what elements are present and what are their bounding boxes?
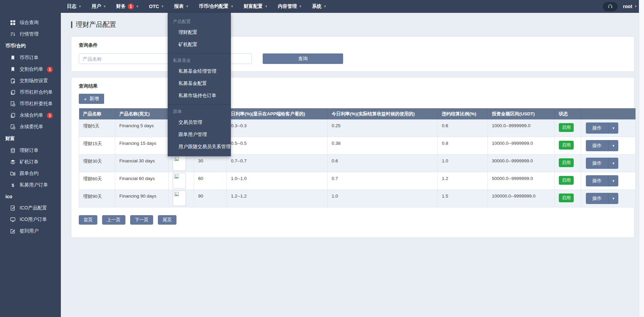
action-caret-button[interactable]: ▼ [608,193,618,204]
pagination-button-首页[interactable]: 首页 [79,215,97,225]
sidebar-item[interactable]: 矿机订单 [0,156,61,168]
column-header: 违约结算比例(%) [438,108,488,119]
scrollbar[interactable] [639,0,644,317]
chevron-down-icon: ▼ [634,5,637,8]
sidebar-item[interactable]: 币币订单 [0,52,61,64]
action-caret-button[interactable]: ▼ [608,140,618,151]
pagination-button-下一页[interactable]: 下一页 [130,215,153,225]
action-button[interactable]: 操作 [586,122,608,134]
topbar-nav-item-财富配置[interactable]: 财富配置 ▼ [244,3,268,9]
username: root [623,4,632,9]
sidebar-item[interactable]: 币币杠杆委托单 [0,98,61,110]
cell-days: 30 [194,155,227,172]
folder-icon [10,171,16,177]
topbar-nav-item-报表[interactable]: 报表 ▼ [174,3,189,9]
broken-image-icon [174,174,180,180]
action-caret-button[interactable]: ▼ [608,175,618,186]
sidebar-item-label: 矿机订单 [20,159,39,165]
dropdown-section-header: 产品配置 [168,15,231,26]
dropdown-menu-item-理财配置[interactable]: 理财配置 [168,26,231,39]
sidebar-item[interactable]: 交割合约单 1 [0,64,61,75]
cell-product-name: 理财30天 [79,155,115,172]
sidebar-item[interactable]: 综合查询 [0,17,61,28]
database-icon [10,148,16,154]
topbar-nav-item-日志[interactable]: 日志 ▼ [67,3,81,9]
results-panel: 查询结果 + 新增 产品名称产品名称(英文)日利率(%)(显示在APP端给客户看… [71,77,635,238]
action-button[interactable]: 操作 [586,193,608,204]
cell-product-image [169,190,194,207]
status-badge: 启用 [559,141,574,150]
dropdown-menu-item-跟单用户管理[interactable]: 跟单用户管理 [168,129,231,141]
pagination-button-上一页[interactable]: 上一页 [102,215,125,225]
topbar-nav-item-系统[interactable]: 系统 ▼ [312,3,327,9]
sidebar-item[interactable]: 永续合约单 1 [0,110,61,121]
table-row: 理财5天 Financing 5 days 0.3--0.3 0.25 0.6 … [79,119,636,137]
cell-daily-rate: 0.7--0.7 [227,155,328,172]
topbar-nav-item-label: 内容管理 [278,3,297,9]
cell-status: 启用 [555,155,581,172]
support-avatar-button[interactable] [603,2,618,11]
status-badge: 启用 [559,158,574,167]
cell-product-image [169,172,194,190]
action-button[interactable]: 操作 [586,158,608,169]
topbar-nav-item-label: 系统 [312,3,321,9]
dropdown-menu-item-私募基金配置[interactable]: 私募基金配置 [168,77,231,90]
cell-actions: 操作 ▼ [581,190,636,207]
sidebar-item[interactable]: ICO产品配置 [0,202,61,214]
sidebar-item-label: 行情管理 [20,31,39,37]
sidebar-item[interactable]: $ 私募用户订单 [0,179,61,191]
sidebar-item[interactable]: 币币杠杆合约单 [0,87,61,98]
page-title: 理财产品配置 [71,20,644,29]
sidebar-notification-badge: 1 [47,113,53,118]
dropdown-menu-item-私募市场持仓订单[interactable]: 私募市场持仓订单 [168,90,231,102]
cell-penalty-ratio: 1.2 [438,172,488,190]
search-button[interactable]: 查询 [263,53,343,64]
sidebar: 综合查询 行情管理 币币/合约 币币订单 交割合约单 1 交割场控设置 币币杠杆… [0,0,61,317]
cell-daily-rate: 0.5--0.5 [227,137,328,155]
cell-status: 启用 [555,119,581,137]
bookmark-icon [10,67,16,72]
cell-actions: 操作 ▼ [581,119,636,137]
dropdown-menu-item-交易员管理[interactable]: 交易员管理 [168,116,231,129]
doc-clock-icon [10,101,16,107]
sidebar-item[interactable]: 行情管理 [0,28,61,40]
sidebar-item-label: 私募用户订单 [20,182,48,188]
dropdown-section-header: 私募基金 [168,54,231,65]
topbar-nav-item-内容管理[interactable]: 内容管理 ▼ [278,3,302,9]
svg-text:$: $ [11,182,14,187]
dropdown-menu-item-矿机配置[interactable]: 矿机配置 [168,39,231,51]
sidebar-item[interactable]: 永续委托单 [0,121,61,133]
sidebar-item[interactable]: ICO用户订单 [0,214,61,225]
cell-penalty-ratio: 1.0 [438,155,488,172]
pagination-button-尾页[interactable]: 尾页 [158,215,176,225]
sidebar-item[interactable]: 跟单合约 [0,168,61,179]
cell-product-name-en: Financial 60 days [115,172,169,190]
status-badge: 启用 [559,123,574,132]
column-header: 日利率(%)(显示在APP端给客户看的) [227,108,328,119]
sidebar-item[interactable]: 签到用户 [0,225,61,237]
action-button[interactable]: 操作 [586,140,608,151]
sidebar-item[interactable]: 理财订单 [0,145,61,156]
column-header: 产品名称 [79,108,115,119]
topbar-nav-item-币币/合约配置[interactable]: 币币/合约配置 ▼ [199,3,234,9]
action-button[interactable]: 操作 [586,175,608,186]
cell-status: 启用 [555,137,581,155]
action-split-button: 操作 ▼ [586,122,618,134]
action-caret-button[interactable]: ▼ [608,158,618,169]
topbar-nav-item-OTC[interactable]: OTC ▼ [149,4,164,9]
topbar-nav-item-用户[interactable]: 用户 ▼ [92,3,106,9]
dropdown-menu-item-私募基金经理管理[interactable]: 私募基金经理管理 [168,65,231,77]
action-caret-button[interactable]: ▼ [608,122,618,134]
topbar-right: root ▼ [603,2,637,11]
sidebar-item-label: 签到用户 [20,228,39,234]
user-menu[interactable]: root ▼ [623,4,637,9]
sidebar-item-label: 交割合约单 [20,66,43,72]
sidebar-item[interactable]: 交割场控设置 [0,75,61,87]
cell-invest-range: 10000.0--9999999.0 [488,137,555,155]
topbar-nav-item-财务[interactable]: 财务 1 ▼ [116,3,139,9]
dropdown-menu-item-用户跟随交易员关系管理[interactable]: 用户跟随交易员关系管理 [168,141,231,153]
copy-icon [10,90,16,95]
cell-today-rate: 0.7 [328,172,438,190]
add-button[interactable]: + 新增 [79,94,104,104]
action-split-button: 操作 ▼ [586,140,618,151]
